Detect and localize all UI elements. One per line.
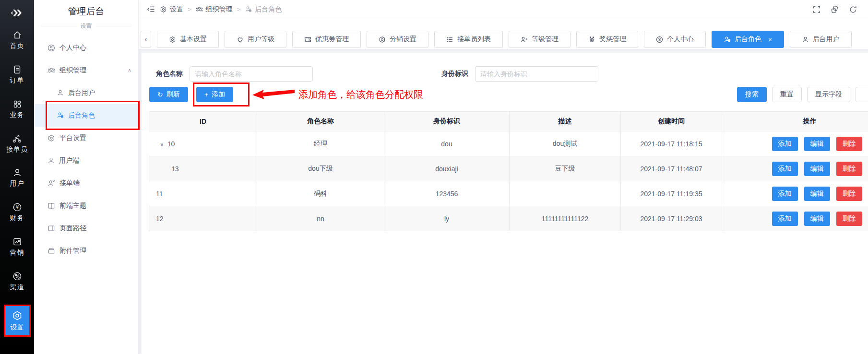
tab-backend-users[interactable]: 后台用户	[790, 31, 852, 48]
tab-level-management[interactable]: 等级管理	[509, 31, 571, 48]
row-add-button[interactable]: 添加	[772, 212, 798, 226]
person-icon	[48, 157, 55, 164]
fullscreen-icon[interactable]	[812, 5, 821, 14]
people-icon	[48, 67, 55, 74]
menu-item-user-client[interactable]: 用户端	[34, 149, 138, 172]
finance-icon: ¥	[12, 202, 22, 212]
content-card: 角色名称 身份标识 ↻ 刷新 + 添加	[142, 53, 868, 354]
row-add-button[interactable]: 添加	[772, 162, 798, 176]
id-cell: 11	[149, 181, 257, 206]
row-add-button[interactable]: 添加	[772, 187, 798, 201]
row-delete-button[interactable]: 删除	[836, 162, 862, 176]
tab-courier-list[interactable]: 接单员列表	[434, 31, 503, 48]
annotation-text: 添加角色，给该角色分配权限	[298, 88, 423, 101]
menu-item-label: 后台用户	[68, 89, 95, 97]
app-logo[interactable]	[9, 5, 25, 21]
layout-split-icon	[48, 224, 55, 232]
expand-caret-icon[interactable]: ∨	[160, 141, 164, 148]
menu-item-backend-roles[interactable]: 后台角色	[34, 104, 138, 127]
row-edit-button[interactable]: 编辑	[804, 162, 830, 176]
row-delete-button[interactable]: 删除	[836, 137, 862, 151]
person-pin-icon	[656, 36, 663, 43]
sidebar-item-label: 营销	[10, 248, 24, 257]
menu-item-label: 组织管理	[59, 66, 86, 75]
menu-item-courier-client[interactable]: 接单端	[34, 172, 138, 194]
role-name-cell: 码科	[257, 181, 384, 206]
refresh-button[interactable]: ↻ 刷新	[149, 87, 188, 102]
actions-cell: 添加 编辑 删除	[722, 131, 868, 156]
table-row: 11 码科 123456 2021-09-17 11:19:35 添加 编辑 删…	[149, 181, 868, 206]
tab-coupon-management[interactable]: 优惠券管理	[292, 31, 361, 48]
role-name-input[interactable]	[190, 66, 313, 82]
roles-table-wrap: ID 角色名称 身份标识 描述 创建时间 操作 ∨10	[149, 111, 868, 231]
row-delete-button[interactable]: 删除	[836, 212, 862, 226]
menu-item-page-paths[interactable]: 页面路径	[34, 217, 138, 239]
breadcrumb-item-organization[interactable]: 组织管理	[196, 5, 233, 14]
menu-item-profile[interactable]: 个人中心	[34, 36, 138, 59]
menu-item-platform-settings[interactable]: 平台设置	[34, 127, 138, 149]
menu-item-label: 附件管理	[59, 247, 86, 255]
main-area: 设置 > 组织管理 > 后台角色	[139, 0, 868, 354]
gear-icon	[379, 36, 386, 43]
row-edit-button[interactable]: 编辑	[804, 212, 830, 226]
tab-backend-roles[interactable]: 后台角色 ×	[712, 31, 784, 48]
row-edit-button[interactable]: 编辑	[804, 187, 830, 201]
gear-icon	[169, 36, 176, 43]
breadcrumb: 设置 > 组织管理 > 后台角色	[146, 5, 282, 14]
menu-fold-icon[interactable]	[146, 5, 155, 14]
sidebar-item-marketing[interactable]: 营销	[3, 236, 32, 259]
role-name-cell: 经理	[257, 131, 384, 156]
sidebar-item-business[interactable]: 业务	[3, 98, 32, 121]
tab-close-icon[interactable]: ×	[768, 36, 772, 43]
tab-basic-settings[interactable]: 基本设置	[157, 31, 219, 48]
breadcrumb-item-settings[interactable]: 设置	[160, 5, 183, 14]
row-delete-button[interactable]: 删除	[836, 187, 862, 201]
sidebar-item-settings[interactable]: 设置	[4, 305, 31, 337]
sidebar-item-home[interactable]: 首页	[3, 29, 32, 52]
column-header-actions: 操作	[722, 112, 868, 131]
identity-cell: douxiaji	[384, 156, 510, 181]
sidebar-item-finance[interactable]: ¥ 财务	[3, 201, 32, 224]
created-cell: 2021-09-17 11:19:35	[621, 181, 722, 206]
edge-clipped-button[interactable]	[856, 87, 868, 102]
medal-icon	[588, 36, 595, 43]
dark-sidebar: 首页 订单 业务 接单员 用户 ¥ 财务	[0, 0, 34, 354]
identity-input[interactable]	[475, 66, 598, 82]
sidebar-item-label: 财务	[10, 214, 24, 223]
menu-item-frontend-theme[interactable]: 前端主题	[34, 194, 138, 217]
tab-rewards-punishments[interactable]: 奖惩管理	[576, 31, 638, 48]
show-fields-button[interactable]: 显示字段	[807, 87, 850, 102]
sidebar-item-couriers[interactable]: 接单员	[3, 132, 32, 155]
tab-profile[interactable]: 个人中心	[644, 31, 706, 48]
tab-user-levels[interactable]: 用户等级	[225, 31, 286, 48]
created-cell: 2021-09-17 11:18:15	[621, 131, 722, 156]
identity-label: 身份标识	[441, 70, 468, 78]
sidebar-item-label: 接单员	[6, 145, 28, 154]
person-list-icon	[521, 36, 528, 43]
theme-skin-icon[interactable]	[831, 5, 839, 14]
tab-scroll-left[interactable]: ‹	[141, 31, 151, 48]
menu-item-organization[interactable]: 组织管理 ∧	[34, 59, 138, 82]
add-button[interactable]: + 添加	[196, 87, 233, 102]
settings-sidebar: 管理后台 设置 个人中心 组织管理 ∧ 后台用户	[34, 0, 139, 354]
column-header-created: 创建时间	[621, 112, 722, 131]
reset-button[interactable]: 重置	[772, 87, 802, 102]
tab-distribution-settings[interactable]: 分销设置	[367, 31, 428, 48]
table-row-child: 13 dou下级 douxiaji 豆下级 2021-09-17 11:48:0…	[149, 156, 868, 181]
description-cell: 豆下级	[510, 156, 621, 181]
row-add-button[interactable]: 添加	[772, 137, 798, 151]
refresh-icon[interactable]	[849, 5, 857, 14]
row-edit-button[interactable]: 编辑	[804, 137, 830, 151]
heart-icon	[237, 36, 244, 43]
sidebar-item-channels[interactable]: 渠道	[3, 270, 32, 293]
created-cell: 2021-09-17 11:48:07	[621, 156, 722, 181]
sidebar-item-orders[interactable]: 订单	[3, 63, 32, 86]
sidebar-item-label: 业务	[10, 111, 24, 119]
section-label: 设置	[81, 22, 92, 30]
sidebar-item-users[interactable]: 用户	[3, 167, 32, 190]
sidebar-item-label: 渠道	[10, 283, 24, 292]
menu-item-backend-users[interactable]: 后台用户	[34, 82, 138, 104]
gear-icon	[12, 310, 23, 321]
search-button[interactable]: 搜索	[737, 87, 767, 102]
menu-item-attachments[interactable]: 附件管理	[34, 239, 138, 262]
